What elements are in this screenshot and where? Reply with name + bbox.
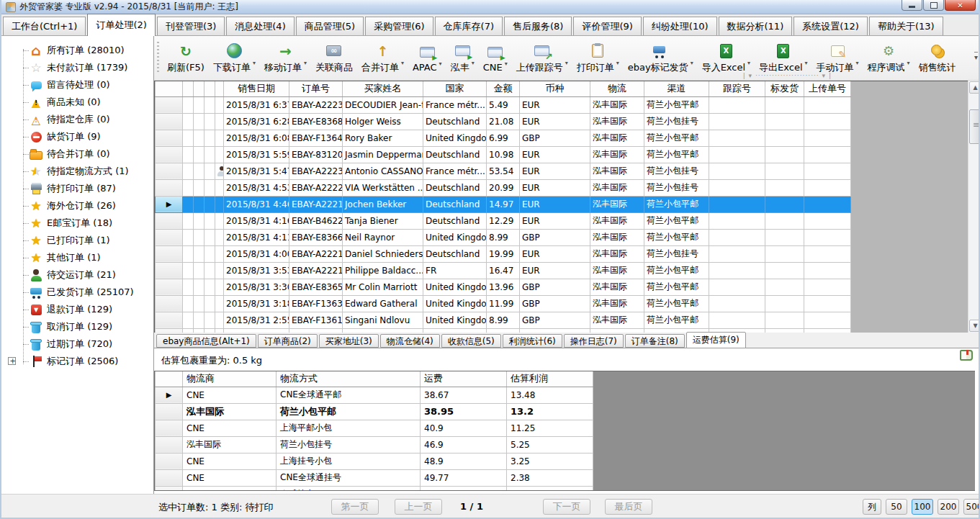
- toolbar-button[interactable]: ebay标记发货: [624, 38, 698, 78]
- toolbar-button[interactable]: 打印订单: [572, 38, 624, 78]
- menu-tab[interactable]: 帮助关于(13): [869, 17, 943, 35]
- menu-tab[interactable]: 刊登管理(3): [157, 17, 225, 35]
- sidebar-item[interactable]: 待合并订单 (0): [1, 145, 153, 163]
- shipping-row[interactable]: CNE上海平邮小包40.911.25: [156, 420, 593, 436]
- shipping-row[interactable]: CNE上海挂号小包48.93.25: [156, 453, 593, 469]
- sidebar-item[interactable]: 商品未知 (0): [1, 94, 153, 111]
- restore-button[interactable]: [923, 0, 944, 11]
- sidebar-item[interactable]: 标记订单 (2506): [1, 353, 153, 370]
- first-page-button[interactable]: 第一页: [331, 499, 379, 515]
- page-size-button[interactable]: 500: [963, 499, 980, 515]
- expander-icon[interactable]: [8, 357, 16, 365]
- menu-tab[interactable]: 商品管理(5): [296, 17, 364, 35]
- sidebar-item[interactable]: 所有订单 (28010): [1, 42, 153, 59]
- sidebar-item[interactable]: 缺货订单 (9): [1, 128, 153, 145]
- sidebar-item[interactable]: 过期订单 (720): [1, 335, 153, 353]
- sidebar-item[interactable]: 留言待处理 (0): [1, 76, 153, 94]
- scrollbar-thumb[interactable]: [969, 109, 980, 144]
- detail-tab[interactable]: 运费估算(9): [686, 332, 746, 348]
- shipping-header-cell[interactable]: 估算利润: [507, 371, 593, 387]
- orders-header-cell[interactable]: 币种: [520, 81, 590, 96]
- order-row[interactable]: 2015/8/31 6:08EBAY-F1364Rory BakerUnited…: [156, 130, 851, 146]
- order-row[interactable]: 2015/8/31 5:47EBAY-A22234Antonio CASSANO…: [156, 163, 851, 179]
- orders-header-cell[interactable]: 跟踪号: [709, 81, 765, 96]
- shipping-header-cell[interactable]: 运费: [421, 371, 507, 387]
- toolbar-overflow-icon[interactable]: [974, 53, 978, 61]
- toolbar-button[interactable]: 合并订单: [357, 38, 408, 78]
- order-row[interactable]: 2015/8/31 4:53EBAY-A22220VIA Werkstätten…: [156, 179, 851, 196]
- toolbar-collapsed-strip[interactable]: [743, 72, 832, 79]
- detail-tab[interactable]: 物流仓储(4): [380, 334, 440, 348]
- shipping-row[interactable]: 泓丰国际荷兰小包挂号46.95.25: [156, 436, 593, 453]
- orders-header-cell[interactable]: 销售日期: [224, 81, 289, 96]
- orders-header-cell[interactable]: 标发货: [765, 81, 804, 96]
- menu-tab[interactable]: 订单处理(2): [87, 14, 155, 36]
- detail-tab[interactable]: 买家地址(3): [319, 334, 379, 348]
- order-row[interactable]: 2015/8/31 4:11EBAY-E8366Neil RaynorUnite…: [156, 229, 851, 245]
- shipping-row[interactable]: CNECNE全球通挂号49.772.38: [156, 469, 593, 486]
- menu-tab[interactable]: 纠纷处理(10): [643, 17, 717, 35]
- detail-tab[interactable]: 订单商品(2): [258, 334, 318, 348]
- sidebar-item[interactable]: 退款订单 (129): [1, 301, 153, 318]
- vertical-scrollbar[interactable]: ▲ ▼: [968, 81, 980, 333]
- shipping-header-cell[interactable]: 物流商: [183, 371, 277, 387]
- toolbar-button[interactable]: CNE: [479, 38, 512, 78]
- order-row[interactable]: 2015/8/31 2:55EBAY-F1361Singani NdlovuUn…: [156, 312, 851, 328]
- orders-header-cell[interactable]: 上传单号: [804, 81, 851, 96]
- toolbar-button[interactable]: 刷新(F5): [163, 38, 209, 78]
- orders-header-cell[interactable]: 金额: [487, 81, 520, 96]
- order-row[interactable]: 2015/8/31 3:18EBAY-F1363Edward GatheralU…: [156, 295, 851, 312]
- toolbar-button[interactable]: 关联商品: [311, 38, 357, 78]
- orders-header-cell[interactable]: 渠道: [644, 81, 709, 96]
- last-page-button[interactable]: 最后页: [605, 499, 652, 515]
- page-size-button[interactable]: 50: [886, 499, 907, 515]
- toolbar-button[interactable]: 泓丰: [446, 38, 479, 78]
- menu-tab[interactable]: 采购管理(6): [365, 17, 433, 35]
- sidebar-item[interactable]: 待交运订单 (21): [1, 266, 153, 284]
- sidebar-item[interactable]: 取消订单 (129): [1, 318, 153, 335]
- toolbar-button[interactable]: 程序调试: [863, 38, 914, 78]
- shipping-header-cell[interactable]: 物流方式: [277, 371, 421, 387]
- order-row[interactable]: 2015/8/31 6:37EBAY-A22236DECOUDIER Jean-…: [156, 96, 851, 113]
- menu-tab[interactable]: 工作台(Ctrl+1): [3, 17, 86, 35]
- page-size-button[interactable]: 100: [912, 499, 933, 515]
- detail-tab[interactable]: 操作日志(7): [564, 334, 624, 348]
- scroll-down-icon[interactable]: ▼: [969, 320, 980, 332]
- order-row[interactable]: 2015/8/31 6:28EBAY-E8368Holger WeissDeut…: [156, 113, 851, 130]
- order-row[interactable]: 2015/8/31 5:59EBAY-83120...Jasmin Depper…: [156, 146, 851, 163]
- order-row[interactable]: 2015/8/31 3:30EBAY-E8365Mr Colin Marriot…: [156, 279, 851, 295]
- detail-tab[interactable]: 收款信息(5): [441, 334, 501, 348]
- prev-page-button[interactable]: 上一页: [395, 499, 442, 515]
- scroll-up-icon[interactable]: ▲: [969, 81, 980, 94]
- next-page-button[interactable]: 下一页: [543, 499, 590, 515]
- orders-header-cell[interactable]: 国家: [423, 81, 487, 96]
- sidebar-item[interactable]: 待打印订单 (87): [1, 180, 153, 197]
- sidebar-item[interactable]: 已发货订单 (25107): [1, 284, 153, 301]
- detail-tab[interactable]: ebay商品信息(Alt+1): [156, 334, 256, 348]
- shipping-row[interactable]: 泓丰国际荷兰小包平邮38.9513.2: [156, 403, 593, 420]
- orders-header-cell[interactable]: 订单号: [289, 81, 343, 96]
- toolbar-button[interactable]: 下载订单: [209, 38, 260, 78]
- detail-tab[interactable]: 利润统计(6): [503, 334, 562, 348]
- order-row[interactable]: 2015/8/31 4:16EBAY-B4622Tanja BienerDeut…: [156, 212, 851, 229]
- columns-button[interactable]: 列: [863, 499, 881, 515]
- menu-tab[interactable]: 数据分析(11): [719, 17, 793, 35]
- sidebar-item[interactable]: 待指定仓库 (0): [1, 111, 153, 128]
- sidebar-item[interactable]: 已打印订单 (1): [1, 232, 153, 249]
- menu-tab[interactable]: 消息处理(4): [226, 17, 294, 35]
- toolbar-button[interactable]: 上传跟踪号: [512, 38, 572, 78]
- orders-header-cell[interactable]: 买家姓名: [343, 81, 423, 96]
- toolbar-button[interactable]: 移动订单: [260, 38, 311, 78]
- order-row[interactable]: 2015/8/31 4:00EBAY-A22218Daniel Schniede…: [156, 245, 851, 262]
- close-button[interactable]: [945, 0, 976, 11]
- menu-tab[interactable]: 仓库库存(7): [435, 17, 503, 35]
- shipping-row[interactable]: ▶CNECNE全球通平邮38.6713.48: [156, 387, 593, 403]
- orders-header-cell[interactable]: 物流: [590, 81, 644, 96]
- sidebar-item[interactable]: E邮宝订单 (18): [1, 215, 153, 232]
- sidebar-item[interactable]: 未付款订单 (1739): [1, 59, 153, 76]
- toolbar-button[interactable]: 销售统计: [914, 38, 961, 78]
- menu-tab[interactable]: 售后服务(8): [504, 17, 572, 35]
- book-icon[interactable]: [960, 350, 973, 361]
- page-size-button[interactable]: 200: [938, 499, 959, 515]
- menu-tab[interactable]: 系统设置(12): [794, 17, 868, 35]
